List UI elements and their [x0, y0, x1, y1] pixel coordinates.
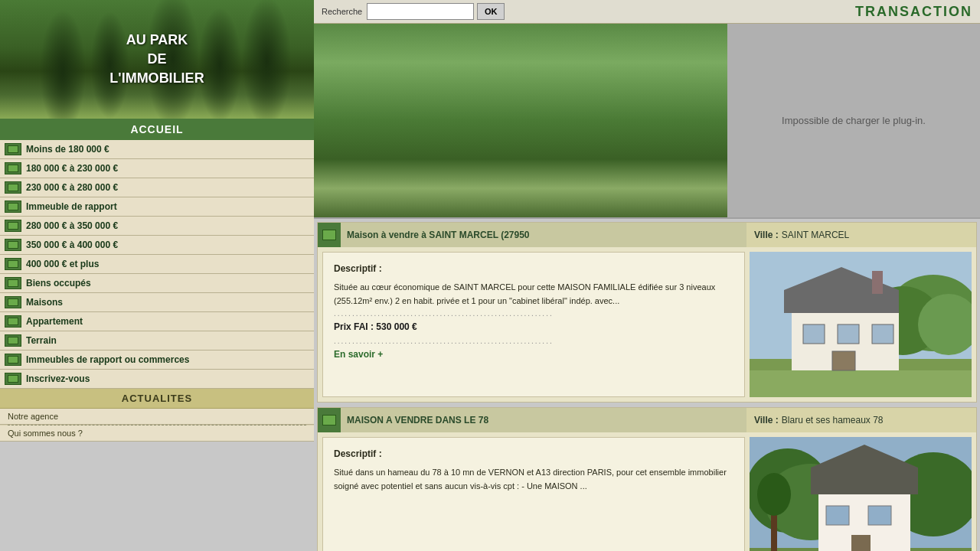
- media-left: [314, 24, 727, 217]
- desc-title: Descriptif :: [334, 262, 733, 276]
- nav-item-inscrivez-vous[interactable]: Inscrivez-vous: [0, 370, 314, 389]
- nav-item-230-280[interactable]: 230 000 € à 280 000 €: [0, 178, 314, 197]
- property-city-2: Ville : Blaru et ses hameaux 78: [746, 408, 976, 432]
- dots-2: ........................................…: [334, 335, 733, 347]
- property-icon-2: [318, 408, 341, 432]
- property-description-2: Descriptif : Situé dans un hameau du 78 …: [322, 437, 745, 551]
- nav-icon: [5, 239, 21, 251]
- nav-item-appartement[interactable]: Appartement: [0, 312, 314, 331]
- svg-point-25: [757, 473, 791, 516]
- accueil-header: ACCUEIL: [0, 119, 314, 140]
- svg-rect-12: [872, 271, 883, 294]
- sidebar: AU PARK DE L'IMMOBILIER ACCUEIL Moins de…: [0, 0, 314, 551]
- property-header-1: Maison à vendre à SAINT MARCEL (27950 Vi…: [318, 223, 976, 247]
- price-label: Prix FAI :: [334, 321, 374, 332]
- nav-item-400-plus[interactable]: 400 000 € et plus: [0, 255, 314, 274]
- nav-icon: [5, 143, 21, 155]
- nav-label: 400 000 € et plus: [26, 259, 99, 269]
- nav-label: Maisons: [26, 297, 63, 308]
- nav-label: Inscrivez-vous: [26, 373, 90, 384]
- en-savoir-link-1[interactable]: En savoir +: [334, 349, 383, 360]
- svg-rect-23: [851, 535, 871, 551]
- desc-text-2: Situé dans un hameau du 78 à 10 mn de VE…: [334, 466, 733, 493]
- nav-label: Immeubles de rapport ou commerces: [26, 354, 189, 365]
- property-icon: [318, 223, 341, 247]
- nav-label: 230 000 € à 280 000 €: [26, 182, 118, 193]
- property-image-2: [750, 437, 972, 551]
- nav-icon: [5, 296, 21, 308]
- nav-sub-label: Qui sommes nous ?: [8, 429, 83, 438]
- svg-rect-10: [872, 324, 893, 344]
- nav-item-280-350[interactable]: 280 000 € à 350 000 €: [0, 217, 314, 236]
- search-area: Recherche OK: [322, 3, 505, 20]
- nav-icon: [5, 315, 21, 328]
- property-city-1: Ville : SAINT MARCEL: [746, 223, 976, 247]
- media-area: Impossible de charger le plug-in.: [314, 24, 980, 219]
- nav-icon: [5, 258, 21, 270]
- nav-label: Appartement: [26, 316, 83, 327]
- svg-rect-22: [868, 506, 891, 525]
- svg-rect-11: [832, 351, 855, 370]
- desc-text: Située au cœur économique de SAINT MARCE…: [334, 281, 733, 308]
- transaction-label: TRANSACTION: [855, 4, 972, 20]
- nav-icon: [5, 373, 21, 385]
- property-block-2: MAISON A VENDRE DANS LE 78 Ville : Blaru…: [317, 407, 977, 551]
- search-input[interactable]: [367, 3, 474, 20]
- nav-icon: [5, 220, 21, 232]
- nav-icon: [5, 201, 21, 213]
- nav-icon: [5, 162, 21, 174]
- svg-rect-8: [803, 324, 825, 344]
- nav-sub-label: Notre agence: [8, 412, 58, 421]
- nav-label: Biens occupés: [26, 278, 91, 289]
- top-bar: Recherche OK TRANSACTION: [314, 0, 980, 24]
- media-right: Impossible de charger le plug-in.: [727, 24, 980, 217]
- nav-item-350-400[interactable]: 350 000 € à 400 000 €: [0, 236, 314, 255]
- nav-label: 180 000 € à 230 000 €: [26, 163, 118, 174]
- nav-sub-qui-sommes[interactable]: Qui sommes nous ?: [0, 425, 314, 442]
- nav-label: Immeuble de rapport: [26, 201, 117, 212]
- actualites-header: ACTUALITES: [0, 389, 314, 409]
- svg-rect-21: [826, 506, 849, 525]
- price-line: Prix FAI : 530 000 €: [334, 320, 733, 334]
- nav-item-immeubles-commerces[interactable]: Immeubles de rapport ou commerces: [0, 350, 314, 370]
- search-button[interactable]: OK: [477, 3, 505, 20]
- nav-label: Moins de 180 000 €: [26, 144, 109, 155]
- svg-rect-5: [750, 370, 972, 397]
- price-value: 530 000 €: [376, 321, 416, 332]
- nav-item-terrain[interactable]: Terrain: [0, 331, 314, 350]
- city-label: Ville :: [754, 230, 779, 240]
- city-label-2: Ville :: [754, 415, 779, 425]
- nav-icon: [5, 334, 21, 347]
- logo-text: AU PARK DE L'IMMOBILIER: [109, 31, 204, 89]
- desc-title-2: Descriptif :: [334, 447, 733, 461]
- svg-rect-9: [838, 324, 859, 344]
- nav-item-180-230[interactable]: 180 000 € à 230 000 €: [0, 159, 314, 178]
- property-title-2: MAISON A VENDRE DANS LE 78: [341, 408, 746, 432]
- nav-sub-notre-agence[interactable]: Notre agence: [0, 409, 314, 425]
- dots-1: ........................................…: [334, 308, 733, 320]
- plugin-message: Impossible de charger le plug-in.: [782, 115, 926, 126]
- property-title-1: Maison à vendre à SAINT MARCEL (27950: [341, 223, 746, 247]
- nav-item-biens-occupes[interactable]: Biens occupés: [0, 274, 314, 293]
- nav-icon: [5, 354, 21, 366]
- nav-item-moins-180[interactable]: Moins de 180 000 €: [0, 140, 314, 159]
- property-content-2: Descriptif : Situé dans un hameau du 78 …: [318, 432, 976, 551]
- property-header-2: MAISON A VENDRE DANS LE 78 Ville : Blaru…: [318, 408, 976, 432]
- property-content-1: Descriptif : Située au cœur économique d…: [318, 247, 976, 402]
- property-image-1: [750, 252, 972, 397]
- sidebar-nav: ACCUEIL Moins de 180 000 € 180 000 € à 2…: [0, 119, 314, 442]
- property-block-1: Maison à vendre à SAINT MARCEL (27950 Vi…: [317, 222, 977, 403]
- nav-label: 280 000 € à 350 000 €: [26, 220, 118, 231]
- nav-item-immeuble[interactable]: Immeuble de rapport: [0, 197, 314, 217]
- logo: AU PARK DE L'IMMOBILIER: [0, 0, 314, 119]
- nav-label: Terrain: [26, 335, 57, 346]
- city-value: SAINT MARCEL: [782, 230, 849, 240]
- search-label: Recherche: [322, 7, 362, 16]
- nav-label: 350 000 € à 400 000 €: [26, 240, 118, 250]
- main-content: Recherche OK TRANSACTION Impossible de c…: [314, 0, 980, 551]
- nav-icon: [5, 277, 21, 289]
- nav-item-maisons[interactable]: Maisons: [0, 293, 314, 312]
- city-value-2: Blaru et ses hameaux 78: [782, 415, 884, 425]
- property-description-1: Descriptif : Située au cœur économique d…: [322, 252, 745, 397]
- nav-icon: [5, 181, 21, 194]
